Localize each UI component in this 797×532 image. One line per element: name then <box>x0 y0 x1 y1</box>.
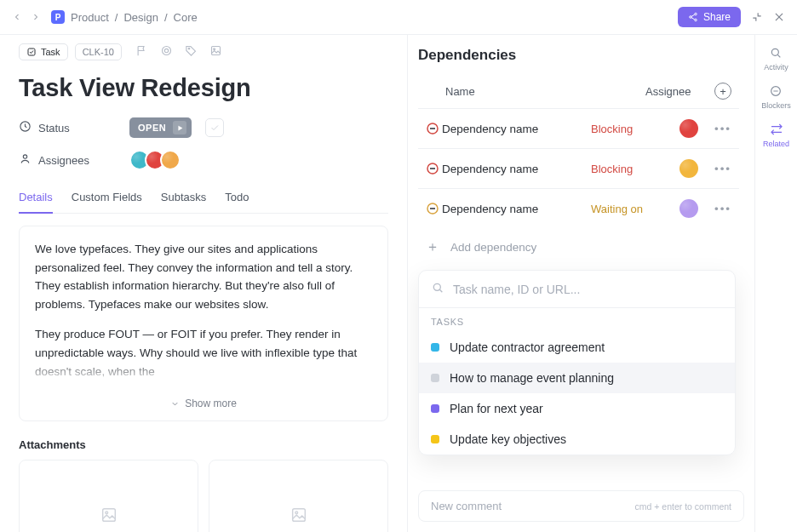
person-icon <box>19 152 32 168</box>
svg-rect-18 <box>292 509 305 522</box>
assignees-label: Assignees <box>38 154 89 167</box>
dependency-type-icon <box>423 121 442 136</box>
nav-forward[interactable] <box>31 12 41 22</box>
col-name: Name <box>423 85 645 98</box>
col-assignee: Assignee <box>645 85 712 98</box>
svg-point-8 <box>162 47 170 55</box>
status-next-icon[interactable] <box>173 121 186 134</box>
share-button[interactable]: Share <box>678 7 741 27</box>
details-card: We love typefaces. They give our sites a… <box>19 226 388 421</box>
dependency-search-input[interactable] <box>453 283 723 296</box>
search-icon <box>768 45 783 60</box>
comment-placeholder: New comment <box>431 500 502 512</box>
svg-point-15 <box>23 155 26 158</box>
task-option-label: Plan for next year <box>450 402 543 415</box>
dependencies-title: Dependencies <box>418 47 739 64</box>
new-comment-input[interactable]: New comment cmd + enter to comment <box>418 490 744 522</box>
task-status-dot <box>431 374 439 382</box>
attachments-title: Attachments <box>19 438 388 451</box>
rail-blockers[interactable]: Blockers <box>761 83 791 110</box>
status-icon <box>19 120 32 135</box>
breadcrumb-item[interactable]: Design <box>123 11 158 24</box>
dependency-row[interactable]: Dependency nameWaiting on••• <box>418 188 739 228</box>
status-chip[interactable]: OPEN <box>129 117 192 138</box>
rail-label: Related <box>763 140 789 148</box>
tab-custom-fields[interactable]: Custom Fields <box>72 182 142 213</box>
tabs: Details Custom Fields Subtasks Todo <box>19 182 388 214</box>
breadcrumb-item[interactable]: Product <box>71 11 109 24</box>
dependency-type: Blocking <box>591 123 666 135</box>
status-value: OPEN <box>138 123 166 133</box>
add-dependency-icon[interactable]: + <box>714 83 731 100</box>
dependency-assignee[interactable] <box>666 157 712 180</box>
attachment-placeholder[interactable] <box>19 460 198 532</box>
tag-icon[interactable] <box>185 44 198 60</box>
rail-label: Blockers <box>761 101 791 110</box>
close-icon[interactable] <box>773 11 785 23</box>
svg-line-3 <box>691 14 695 17</box>
dependency-name: Dependency name <box>442 123 591 135</box>
mark-complete-button[interactable] <box>205 118 224 137</box>
assignee-avatars[interactable] <box>129 150 181 170</box>
rail-related[interactable]: Related <box>763 122 789 148</box>
svg-line-4 <box>691 18 695 20</box>
svg-point-26 <box>433 283 440 290</box>
attachment-placeholder[interactable] <box>209 460 388 532</box>
add-dependency-row[interactable]: ＋ Add dependency <box>418 228 739 266</box>
kind-chip[interactable]: Task <box>19 43 68 60</box>
svg-line-27 <box>439 289 442 292</box>
dependency-assignee[interactable] <box>666 117 712 140</box>
breadcrumb-item[interactable]: Core <box>174 11 198 24</box>
dependency-row[interactable]: Dependency nameBlocking••• <box>418 108 739 148</box>
tasks-section-label: TASKS <box>419 308 735 332</box>
space-icon: P <box>51 10 65 24</box>
page-title: Task View Redesign <box>19 74 388 102</box>
tab-todo[interactable]: Todo <box>225 182 249 213</box>
row-more-icon[interactable]: ••• <box>712 203 734 215</box>
task-option[interactable]: How to manage event planning <box>419 363 735 393</box>
tab-subtasks[interactable]: Subtasks <box>161 182 206 213</box>
svg-rect-11 <box>211 47 220 55</box>
svg-point-28 <box>772 49 779 55</box>
tab-details[interactable]: Details <box>19 182 53 214</box>
task-id-chip[interactable]: CLK-10 <box>75 43 122 60</box>
svg-point-19 <box>295 512 297 514</box>
dependency-row[interactable]: Dependency nameBlocking••• <box>418 148 739 188</box>
flag-icon[interactable] <box>135 44 148 60</box>
svg-point-17 <box>105 512 107 514</box>
rail-label: Activity <box>764 63 788 72</box>
svg-point-10 <box>188 48 190 49</box>
task-option[interactable]: Update contractor agreement <box>419 332 735 363</box>
dependency-name: Dependency name <box>442 163 591 175</box>
avatar[interactable] <box>160 150 181 170</box>
svg-point-2 <box>695 19 697 21</box>
task-option-label: Update contractor agreement <box>450 340 605 354</box>
search-icon <box>431 281 444 297</box>
show-more-button[interactable]: Show more <box>35 392 372 412</box>
dependency-name: Dependency name <box>442 203 591 215</box>
task-option-label: Update key objectives <box>450 432 566 446</box>
dependency-search-popover: TASKS Update contractor agreementHow to … <box>418 270 736 455</box>
svg-line-29 <box>778 54 781 57</box>
task-status-dot <box>431 435 439 443</box>
collapse-icon[interactable] <box>751 11 763 23</box>
svg-marker-14 <box>178 125 182 129</box>
dependency-assignee[interactable] <box>666 197 712 220</box>
image-icon[interactable] <box>209 44 222 60</box>
task-status-dot <box>431 343 439 352</box>
row-more-icon[interactable]: ••• <box>712 123 734 135</box>
target-icon[interactable] <box>160 44 173 60</box>
task-option[interactable]: Plan for next year <box>419 393 735 424</box>
rail-activity[interactable]: Activity <box>764 45 788 72</box>
add-dependency-label: Add dependency <box>450 241 536 254</box>
task-option-label: How to manage event planning <box>450 371 614 385</box>
comment-hint: cmd + enter to comment <box>634 501 731 512</box>
dependency-type: Waiting on <box>591 203 666 215</box>
row-more-icon[interactable]: ••• <box>712 163 734 175</box>
details-paragraph: We love typefaces. They give our sites a… <box>35 240 372 313</box>
nav-back[interactable] <box>12 12 22 22</box>
status-label: Status <box>38 122 70 134</box>
blockers-icon <box>768 83 783 99</box>
dependency-type-icon <box>423 161 442 176</box>
task-option[interactable]: Update key objectives <box>419 424 735 455</box>
